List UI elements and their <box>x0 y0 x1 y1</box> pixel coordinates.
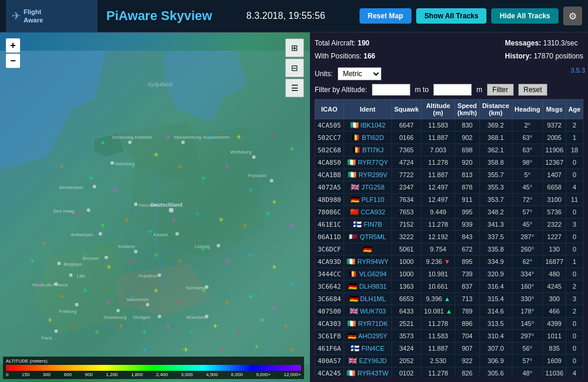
col-icao[interactable]: ICAO <box>315 100 344 119</box>
cell-ident[interactable]: 🇩🇪 PLF110 <box>344 194 391 206</box>
table-row[interactable]: 400A57 🇬🇧 EZY96JD 2052 2.530 922 306.9 5… <box>315 355 583 367</box>
units-select[interactable]: Metric Imperial Nautical <box>338 67 381 80</box>
filter-reset-button[interactable]: Reset <box>518 84 547 96</box>
table-row[interactable]: 48D980 🇩🇪 PLF110 7634 12.497 911 353.7 7… <box>315 194 583 206</box>
cell-icao: 3C6684 <box>315 293 344 305</box>
svg-point-9 <box>99 232 102 236</box>
col-age[interactable]: Age <box>566 100 583 119</box>
cell-ident[interactable]: 🇫🇮 FIN7B <box>344 218 391 231</box>
ident-link[interactable]: WUK703 <box>360 308 386 315</box>
table-row[interactable]: 4CA1B8 🇮🇪 RYR299V 7722 11.887 813 355.7 … <box>315 169 583 181</box>
table-row[interactable]: 461F6A 🇫🇮 FIN4CE 3424 11.887 907 307.0 5… <box>315 342 583 355</box>
col-speed[interactable]: Speed(km/h) <box>455 100 480 119</box>
cell-ident[interactable]: 🇧🇪 VLG6294 <box>344 268 391 280</box>
cell-ident[interactable]: 🇨🇳 CCA932 <box>344 206 391 218</box>
cell-ident[interactable]: 🇮🇪 IBK1042 <box>344 119 391 132</box>
cell-ident[interactable]: 🇮🇪 RYR299V <box>344 169 391 181</box>
logo-area: ✈ Flight Aware <box>6 0 97 32</box>
table-row[interactable]: 502CC7 🇧🇪 BTI62D 0166 11.887 902 368.1 6… <box>315 132 583 144</box>
flag-icon: 🇩🇪 <box>349 295 358 303</box>
map-grid-button[interactable]: ⊟ <box>285 58 304 77</box>
table-row[interactable]: 3C61F8 🇩🇪 AHO295Y 3573 11.583 704 310.4 … <box>315 330 583 342</box>
ident-link[interactable]: QTR5ML <box>360 233 386 240</box>
table-row[interactable]: 407500 🇬🇧 WUK703 6433 10.081 ▲ 789 314.6… <box>315 305 583 318</box>
filter-altitude-to[interactable] <box>433 84 472 96</box>
cell-ident[interactable]: 🇧🇪 BTI62D <box>344 132 391 144</box>
flag-icon: 🇧🇪 <box>348 270 357 278</box>
ident-link[interactable]: JTG258 <box>361 184 384 191</box>
map-area[interactable]: Hamburg Hannover Amsterdam Den Haag Antw… <box>0 32 310 382</box>
svg-point-39 <box>146 303 149 306</box>
map-layers-button[interactable]: ⊞ <box>285 38 304 57</box>
hide-all-tracks-button[interactable]: Hide All Tracks <box>491 8 558 24</box>
table-row[interactable]: 3C6642 🇩🇪 DLH9831 1363 10.661 837 316.4 … <box>315 280 583 293</box>
cell-ident[interactable]: 🇬🇧 JTG258 <box>344 181 391 194</box>
cell-ident[interactable]: 🇧🇪 BTI7KJ <box>344 144 391 156</box>
table-row[interactable]: 4CA93D 🇮🇪 RYR94WY 1000 9.236 ▼ 895 334.9… <box>315 256 583 268</box>
cell-ident[interactable]: 🇩🇪 DLH9831 <box>344 280 391 293</box>
ident-link[interactable]: DLH9831 <box>359 283 386 290</box>
table-row[interactable]: 4CA850 🇮🇪 RYR77QY 4724 11.278 920 358.8 … <box>315 156 583 169</box>
ident-link[interactable]: BTI62D <box>362 134 384 141</box>
cell-ident[interactable]: 🇮🇪 RYR71DK <box>344 318 391 330</box>
reset-map-button[interactable]: Reset Map <box>360 8 411 24</box>
svg-text:✈: ✈ <box>77 210 82 217</box>
cell-ident[interactable]: 🇩🇪 AHO295Y <box>344 330 391 342</box>
svg-text:Den Haag: Den Haag <box>53 208 74 214</box>
col-ident[interactable]: Ident <box>344 100 391 119</box>
settings-button[interactable]: ⚙ <box>563 6 582 25</box>
ident-link[interactable]: AHO295Y <box>358 332 388 339</box>
zoom-in-button[interactable]: + <box>6 38 20 53</box>
ident-link[interactable]: RYR77QY <box>358 159 388 166</box>
ident-link[interactable]: FIN7B <box>364 221 382 228</box>
ident-link[interactable]: VLG6294 <box>359 270 386 277</box>
table-row[interactable]: 06A11D 🇶🇦 QTR5ML 3222 12.192 843 337.5 2… <box>315 231 583 243</box>
ident-link[interactable]: RYR71DK <box>358 320 388 327</box>
cell-speed: 837 <box>455 280 480 293</box>
cell-ident[interactable]: 🇮🇪 RYR43TW <box>344 367 391 377</box>
table-row[interactable]: 78086C 🇨🇳 CCA932 7653 9.449 995 348.2 57… <box>315 206 583 218</box>
cell-ident[interactable]: 🇫🇮 FIN4CE <box>344 342 391 355</box>
ident-link[interactable]: PLF110 <box>361 196 384 203</box>
table-row[interactable]: 4072A5 🇬🇧 JTG258 2347 12.497 878 355.3 4… <box>315 181 583 194</box>
filter-button[interactable]: Filter <box>487 84 514 96</box>
ident-link[interactable]: RYR43TW <box>358 370 388 377</box>
cell-icao: 3444CC <box>315 268 344 280</box>
svg-text:✈: ✈ <box>218 346 224 353</box>
col-distance[interactable]: Distance(km) <box>479 100 512 119</box>
col-msgs[interactable]: Msgs <box>543 100 566 119</box>
table-row[interactable]: 502C68 🇧🇪 BTI7KJ 7365 7.003 698 362.1 63… <box>315 144 583 156</box>
zoom-out-button[interactable]: − <box>6 54 20 68</box>
show-all-tracks-button[interactable]: Show All Tracks <box>416 8 487 24</box>
aircraft-table-container[interactable]: ICAO Ident Squawk Altitude(m) Speed(km/h… <box>315 99 583 377</box>
cell-ident[interactable]: 🇩🇪 <box>344 243 391 256</box>
table-row[interactable]: 4CA505 🇮🇪 IBK1042 6647 11.583 830 369.2 … <box>315 119 583 132</box>
cell-ident[interactable]: 🇩🇪 DLH1ML <box>344 293 391 305</box>
col-squawk[interactable]: Squawk <box>391 100 422 119</box>
cell-ident[interactable]: 🇮🇪 RYR94WY <box>344 256 391 268</box>
cell-ident[interactable]: 🇬🇧 EZY96JD <box>344 355 391 367</box>
cell-squawk: 7634 <box>391 194 422 206</box>
ident-link[interactable]: DLH1ML <box>360 295 386 302</box>
ident-link[interactable]: EZY96JD <box>359 357 387 364</box>
table-row[interactable]: 461E1C 🇫🇮 FIN7B 7152 11.278 939 341.3 45… <box>315 218 583 231</box>
table-row[interactable]: 4CA303 🇮🇪 RYR71DK 2521 11.278 896 313.5 … <box>315 318 583 330</box>
filter-altitude-from[interactable] <box>372 84 410 96</box>
col-altitude[interactable]: Altitude(m) <box>422 100 455 119</box>
ident-link[interactable]: RYR94WY <box>357 258 388 265</box>
ident-link[interactable]: BTI7KJ <box>362 146 384 154</box>
table-row[interactable]: 3C6684 🇩🇪 DLH1ML 6653 9.396 ▲ 713 315.4 … <box>315 293 583 305</box>
ident-link[interactable]: CCA932 <box>361 208 386 216</box>
table-row[interactable]: 3C6DCF 🇩🇪 5061 9.754 672 335.8 260° 130 … <box>315 243 583 256</box>
ident-link[interactable]: RYR299V <box>358 171 387 178</box>
cell-ident[interactable]: 🇮🇪 RYR77QY <box>344 156 391 169</box>
ident-link[interactable]: FIN4CE <box>361 345 384 352</box>
map-sidebar-button[interactable]: ☰ <box>285 79 304 97</box>
table-row[interactable]: 3444CC 🇧🇪 VLG6294 1000 10.981 739 320.9 … <box>315 268 583 280</box>
svg-text:Kassel: Kassel <box>153 232 168 237</box>
table-row[interactable]: 4CA245 🇮🇪 RYR43TW 0102 11.278 826 305.6 … <box>315 367 583 377</box>
cell-ident[interactable]: 🇬🇧 WUK703 <box>344 305 391 318</box>
cell-ident[interactable]: 🇶🇦 QTR5ML <box>344 231 391 243</box>
col-heading[interactable]: Heading <box>512 100 543 119</box>
ident-link[interactable]: IBK1042 <box>361 122 386 129</box>
